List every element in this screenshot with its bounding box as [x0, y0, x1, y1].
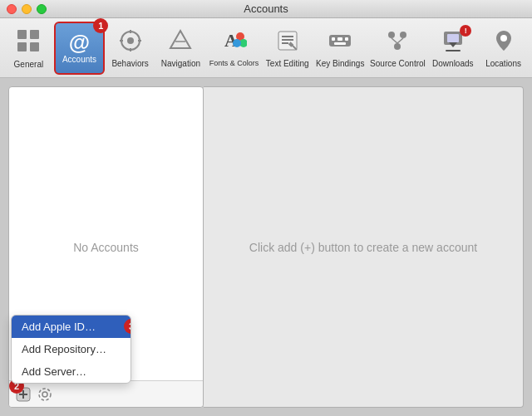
svg-point-36 [500, 35, 507, 42]
close-button[interactable] [7, 4, 17, 14]
svg-point-5 [127, 37, 134, 44]
add-apple-id-item[interactable]: Add Apple ID… [12, 316, 131, 338]
no-accounts-text: No Accounts [73, 241, 139, 254]
dropdown-menu: 3 Add Apple ID… Add Repository… Add Serv… [11, 315, 131, 384]
accounts-label: Accounts [62, 55, 96, 64]
annotation-1: 1 [93, 18, 108, 33]
text-editing-icon [275, 28, 300, 57]
downloads-badge: ! [460, 25, 471, 37]
navigation-icon [168, 28, 193, 57]
right-panel: Click add (+) button to create a new acc… [204, 86, 524, 408]
svg-point-29 [394, 43, 401, 50]
account-settings-button[interactable] [36, 385, 54, 404]
svg-rect-26 [334, 42, 346, 45]
svg-rect-1 [30, 30, 39, 39]
main-content: No Accounts 2 3 Add [0, 78, 532, 416]
add-repository-item[interactable]: Add Repository… [12, 338, 131, 360]
add-server-item[interactable]: Add Server… [12, 360, 131, 383]
toolbar-item-locations[interactable]: Locations [478, 22, 529, 75]
add-account-button[interactable]: 2 [14, 385, 32, 404]
svg-rect-33 [447, 34, 459, 42]
window-controls [7, 4, 47, 14]
navigation-label: Navigation [161, 59, 200, 68]
left-panel: No Accounts 2 3 Add [8, 86, 204, 408]
toolbar-item-general[interactable]: General [3, 22, 54, 75]
svg-rect-35 [446, 50, 461, 51]
source-control-icon [385, 28, 410, 57]
svg-rect-0 [17, 30, 27, 39]
toolbar-item-behaviors[interactable]: Behaviors [105, 22, 155, 75]
key-bindings-icon [328, 28, 352, 57]
svg-point-28 [400, 32, 406, 38]
svg-rect-2 [17, 42, 27, 51]
maximize-button[interactable] [37, 4, 47, 14]
locations-icon [491, 28, 516, 57]
toolbar-item-source-control[interactable]: Source Control [367, 22, 427, 75]
toolbar-item-key-bindings[interactable]: Key Bindings [313, 22, 367, 75]
window-title: Accounts [244, 2, 288, 15]
svg-line-30 [392, 38, 397, 43]
behaviors-label: Behaviors [111, 59, 148, 68]
toolbar: General 1 @ Accounts Behaviors [0, 18, 532, 78]
svg-point-15 [233, 39, 241, 47]
minimize-button[interactable] [22, 4, 32, 14]
toolbar-item-text-editing[interactable]: Text Editing [262, 22, 313, 75]
title-bar: Accounts [0, 0, 532, 18]
svg-line-31 [397, 38, 403, 43]
svg-rect-3 [30, 42, 39, 51]
svg-rect-25 [345, 37, 348, 41]
general-icon [15, 27, 42, 58]
accounts-icon: @ [69, 32, 90, 53]
left-panel-bottom: 2 [9, 380, 203, 407]
toolbar-item-navigation[interactable]: Navigation [155, 22, 206, 75]
svg-point-27 [388, 32, 395, 38]
toolbar-item-downloads[interactable]: ! Downloads [427, 22, 478, 75]
svg-rect-24 [337, 37, 342, 41]
toolbar-item-accounts[interactable]: 1 @ Accounts [54, 22, 105, 75]
svg-point-41 [39, 389, 51, 400]
svg-point-40 [42, 392, 47, 397]
general-label: General [14, 60, 44, 69]
toolbar-item-fonts-colors[interactable]: A Fonts & Colors [206, 22, 263, 75]
behaviors-icon [118, 28, 143, 57]
svg-marker-10 [170, 31, 190, 48]
svg-rect-23 [332, 37, 335, 41]
downloads-label: Downloads [432, 59, 473, 68]
locations-label: Locations [485, 59, 521, 68]
fonts-colors-icon: A [222, 28, 247, 57]
key-bindings-label: Key Bindings [316, 59, 364, 68]
fonts-colors-label: Fonts & Colors [209, 59, 259, 67]
right-panel-hint: Click add (+) button to create a new acc… [249, 241, 477, 254]
text-editing-label: Text Editing [266, 59, 309, 68]
source-control-label: Source Control [370, 59, 426, 68]
